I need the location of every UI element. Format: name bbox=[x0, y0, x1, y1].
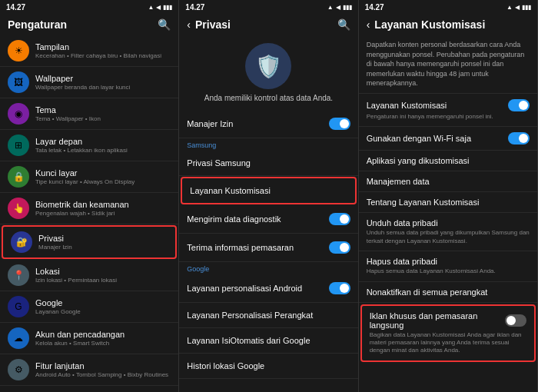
item-icon-6: 🔐 bbox=[11, 231, 32, 253]
settings-item-7[interactable]: 📍 Lokasi Izin lokasi • Permintaan lokasi bbox=[0, 260, 178, 291]
right-header: ‹ Layanan Kustomisasi bbox=[359, 14, 537, 35]
kustom-label-2: Aplikasi yang dikustomisasi bbox=[367, 156, 530, 165]
settings-item-1[interactable]: 🖼 Wallpaper Wallpaper beranda dan layar … bbox=[0, 67, 178, 98]
settings-item-8[interactable]: G Google Layanan Google bbox=[0, 291, 178, 323]
kustom-item-0[interactable]: Layanan Kustomisasi Pengaturan ini hanya… bbox=[359, 94, 537, 127]
kustom-label-7: Nonaktifkan di semua perangkat bbox=[367, 287, 530, 297]
settings-item-10[interactable]: ⚙ Fitur lanjutan Android Auto • Tombol S… bbox=[0, 354, 178, 386]
privacy-shield-icon: 🛡️ bbox=[255, 54, 282, 79]
item-icon-5: 👆 bbox=[8, 198, 29, 219]
settings-item-2[interactable]: ◉ Tema Tema • Wallpaper • Ikon bbox=[0, 98, 178, 130]
item-sublabel-8: Layanan Google bbox=[35, 308, 171, 315]
menu-item-1-3[interactable]: Terima informasi pemasaran bbox=[179, 234, 357, 262]
item-text-2: Tema Tema • Wallpaper • Ikon bbox=[35, 105, 171, 122]
kustom-label-3: Manajemen data bbox=[367, 177, 530, 186]
item-text-10: Fitur lanjutan Android Auto • Tombol Sam… bbox=[35, 361, 171, 378]
kustom-toggle-1[interactable] bbox=[508, 132, 530, 145]
kustom-item-6[interactable]: Hapus data pribadi Hapus semua data Laya… bbox=[359, 251, 537, 281]
wifi-icon: ◀ bbox=[156, 4, 161, 11]
item-label-9: Akun dan pencadangan bbox=[35, 330, 171, 339]
item-label-4: Kunci layar bbox=[35, 168, 171, 178]
item-text-0: Tampilan Kecerahan • Filter cahaya biru … bbox=[35, 42, 171, 59]
kustom-item-7[interactable]: Nonaktifkan di semua perangkat bbox=[359, 282, 537, 303]
kustom-sub-6: Hapus semua data Layanan Kustomisasi And… bbox=[367, 267, 530, 275]
menu-label-2-1: Layanan Personalisasi Perangkat bbox=[187, 311, 350, 320]
left-panel: 14.27 ▲ ◀ ▮▮▮ Pengaturan 🔍 ☀ Tampilan Ke… bbox=[0, 0, 179, 392]
item-icon-10: ⚙ bbox=[8, 359, 29, 380]
item-sublabel-1: Wallpaper beranda dan layar kunci bbox=[35, 84, 171, 91]
item-label-8: Google bbox=[35, 298, 171, 307]
section-label-1: Samsung bbox=[179, 138, 357, 151]
item-label-2: Tema bbox=[35, 105, 171, 115]
item-sublabel-4: Tipe kunci layar • Always On Display bbox=[35, 178, 171, 185]
kustom-item-3[interactable]: Manajemen data bbox=[359, 171, 537, 192]
back-icon-right[interactable]: ‹ bbox=[367, 18, 370, 31]
search-icon-left[interactable]: 🔍 bbox=[158, 18, 171, 31]
item-label-6: Privasi bbox=[38, 234, 168, 243]
status-bar-right: 14.27 ▲ ◀ ▮▮▮ bbox=[359, 0, 537, 14]
item-text-8: Google Layanan Google bbox=[35, 298, 171, 315]
menu-item-2-0[interactable]: Layanan personalisasi Android bbox=[179, 274, 357, 303]
menu-label-0-0: Manajer Izin bbox=[187, 119, 328, 128]
kustom-item-4[interactable]: Tentang Layanan Kustomisasi bbox=[359, 192, 537, 213]
item-sublabel-3: Tata letak • Letakkan ikon aplikasi bbox=[35, 147, 171, 154]
menu-item-2-1[interactable]: Layanan Personalisasi Perangkat bbox=[179, 303, 357, 328]
toggle-0-0[interactable] bbox=[329, 118, 350, 130]
menu-item-1-1[interactable]: Layanan Kustomisasi bbox=[181, 177, 356, 204]
item-label-7: Lokasi bbox=[35, 267, 171, 276]
settings-item-5[interactable]: 👆 Biometrik dan keamanan Pengenalan waja… bbox=[0, 193, 178, 224]
item-icon-9: ☁ bbox=[8, 327, 29, 349]
item-text-6: Privasi Manajer Izin bbox=[38, 234, 168, 251]
item-icon-3: ⊞ bbox=[8, 135, 29, 156]
settings-item-0[interactable]: ☀ Tampilan Kecerahan • Filter cahaya bir… bbox=[0, 35, 178, 67]
menu-label-2-2: Layanan IsiOtomatis dari Google bbox=[187, 336, 350, 345]
kustom-row-7: Nonaktifkan di semua perangkat bbox=[367, 287, 530, 297]
settings-item-9[interactable]: ☁ Akun dan pencadangan Kelola akun • Sma… bbox=[0, 323, 178, 354]
kustom-item-8[interactable]: Iklan khusus dan pemasaran langsung Bagi… bbox=[360, 304, 536, 362]
status-bar-mid: 14.27 ▲ ◀ ▮▮▮ bbox=[179, 0, 357, 14]
middle-panel: 14.27 ▲ ◀ ▮▮▮ ‹ Privasi 🔍 🛡️ Anda memili… bbox=[179, 0, 358, 392]
toggle-1-3[interactable] bbox=[329, 241, 350, 254]
item-icon-1: 🖼 bbox=[8, 71, 29, 93]
menu-item-2-2[interactable]: Layanan IsiOtomatis dari Google bbox=[179, 328, 357, 354]
right-title: Layanan Kustomisasi bbox=[374, 18, 485, 31]
kustom-item-1[interactable]: Gunakan dengan Wi-Fi saja bbox=[359, 127, 537, 151]
kustom-label-8: Iklan khusus dan pemasaran langsung bbox=[370, 311, 505, 330]
time-right: 14.27 bbox=[365, 3, 384, 12]
kustom-label-4: Tentang Layanan Kustomisasi bbox=[367, 198, 530, 207]
menu-item-2-3[interactable]: Histori lokasi Google bbox=[179, 354, 357, 379]
item-text-1: Wallpaper Wallpaper beranda dan layar ku… bbox=[35, 74, 171, 91]
left-title: Pengaturan bbox=[8, 18, 67, 31]
item-label-10: Fitur lanjutan bbox=[35, 361, 171, 370]
menu-item-1-2[interactable]: Mengirim data diagnostik bbox=[179, 205, 357, 234]
item-text-5: Biometrik dan keamanan Pengenalan wajah … bbox=[35, 200, 171, 217]
toggle-1-2[interactable] bbox=[329, 213, 350, 225]
kustom-toggle-8[interactable] bbox=[505, 314, 526, 327]
status-bar-left: 14.27 ▲ ◀ ▮▮▮ bbox=[0, 0, 178, 14]
kustom-item-5[interactable]: Unduh data pribadi Unduh semua data prib… bbox=[359, 213, 537, 251]
status-icons-right: ▲ ◀ ▮▮▮ bbox=[506, 4, 531, 11]
toggle-2-0[interactable] bbox=[329, 282, 350, 294]
item-label-3: Layar depan bbox=[35, 137, 171, 146]
search-icon-mid[interactable]: 🔍 bbox=[337, 18, 350, 31]
kustom-sub-5: Unduh semua data pribadi yang dikumpulka… bbox=[367, 229, 530, 245]
item-sublabel-10: Android Auto • Tombol Samping • Bixby Ro… bbox=[35, 371, 171, 378]
settings-item-3[interactable]: ⊞ Layar depan Tata letak • Letakkan ikon… bbox=[0, 130, 178, 161]
settings-item-6[interactable]: 🔐 Privasi Manajer Izin bbox=[2, 225, 177, 259]
back-icon-mid[interactable]: ‹ bbox=[187, 18, 191, 31]
kustom-sub-0: Pengaturan ini hanya memengaruhi ponsel … bbox=[367, 113, 530, 121]
status-icons-mid: ▲ ◀ ▮▮▮ bbox=[327, 4, 352, 11]
menu-item-1-0[interactable]: Privasi Samsung bbox=[179, 151, 357, 176]
menu-item-0-0[interactable]: Manajer Izin bbox=[179, 110, 357, 138]
mid-title: Privasi bbox=[195, 18, 231, 31]
settings-list: ☀ Tampilan Kecerahan • Filter cahaya bir… bbox=[0, 35, 178, 392]
kustom-toggle-0[interactable] bbox=[508, 99, 530, 111]
item-icon-0: ☀ bbox=[8, 40, 29, 61]
mid-header: ‹ Privasi 🔍 bbox=[179, 14, 357, 35]
menu-label-1-3: Terima informasi pemasaran bbox=[187, 243, 328, 252]
kustom-row-2: Aplikasi yang dikustomisasi bbox=[367, 156, 530, 165]
kustom-item-2[interactable]: Aplikasi yang dikustomisasi bbox=[359, 151, 537, 171]
status-icons-left: ▲ ◀ ▮▮▮ bbox=[148, 4, 172, 11]
settings-item-4[interactable]: 🔒 Kunci layar Tipe kunci layar • Always … bbox=[0, 161, 178, 193]
section-label-2: Google bbox=[179, 262, 357, 274]
